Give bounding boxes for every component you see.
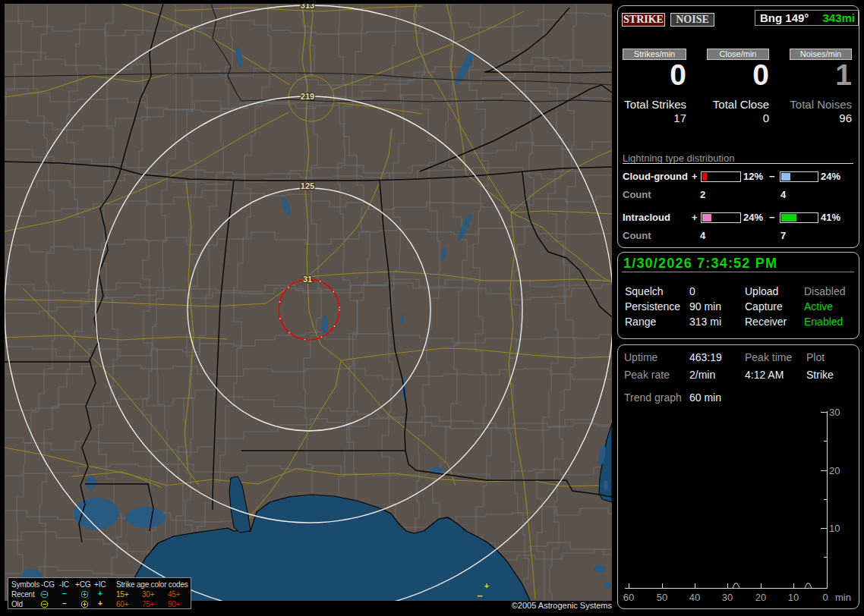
- svg-text:60: 60: [623, 592, 634, 603]
- svg-text:125: 125: [301, 181, 314, 190]
- svg-text:0: 0: [822, 592, 828, 603]
- svg-text:20: 20: [755, 592, 766, 603]
- svg-text:219: 219: [301, 92, 314, 101]
- svg-text:10: 10: [788, 592, 799, 603]
- svg-text:40: 40: [689, 592, 700, 603]
- svg-text:−: −: [477, 590, 483, 601]
- svg-text:30: 30: [722, 592, 733, 603]
- svg-text:313: 313: [301, 4, 314, 10]
- svg-text:+: +: [484, 581, 489, 590]
- svg-text:50: 50: [657, 592, 667, 603]
- svg-text:min: min: [835, 592, 851, 603]
- svg-text:10: 10: [829, 523, 840, 534]
- svg-text:30: 30: [829, 407, 840, 418]
- svg-text:20: 20: [829, 465, 840, 476]
- svg-text:31: 31: [303, 275, 312, 284]
